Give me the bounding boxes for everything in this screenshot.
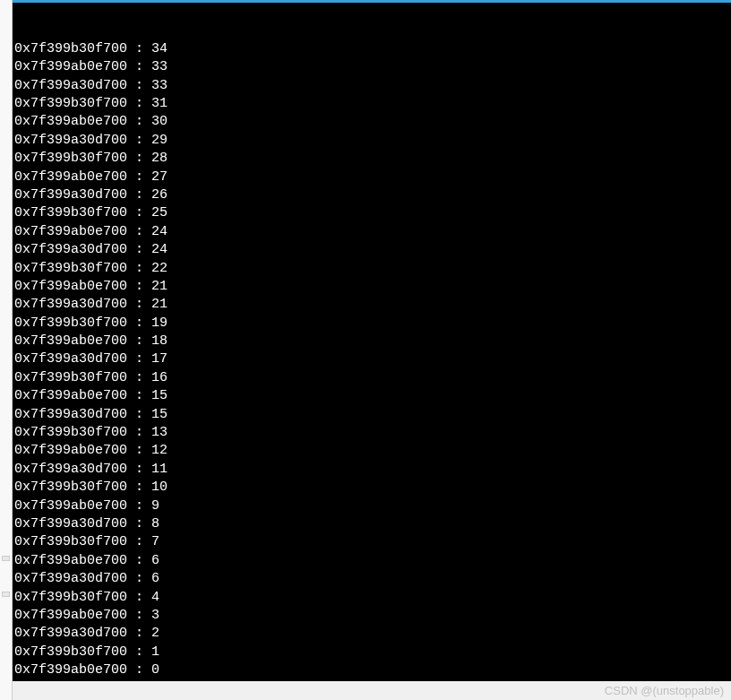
terminal-line: 0x7f399a30d700 : 15	[14, 406, 729, 424]
terminal-line: 0x7f399ab0e700 : 27	[14, 169, 729, 186]
terminal-line: 0x7f399ab0e700 : 12	[14, 442, 729, 460]
terminal-line: 0x7f399a30d700 : 33	[14, 77, 729, 95]
terminal-line: 0x7f399a30d700 : 0	[14, 679, 729, 681]
terminal-line: 0x7f399a30d700 : 17	[14, 350, 729, 368]
terminal-line: 0x7f399b30f700 : 31	[14, 95, 729, 113]
terminal-line: 0x7f399a30d700 : 11	[14, 461, 729, 479]
terminal-line: 0x7f399ab0e700 : 0	[14, 661, 729, 679]
terminal-line: 0x7f399b30f700 : 7	[14, 533, 729, 551]
terminal-line: 0x7f399b30f700 : 16	[14, 369, 729, 387]
terminal-line: 0x7f399b30f700 : 25	[14, 204, 729, 222]
terminal-line: 0x7f399b30f700 : 13	[14, 424, 729, 442]
terminal-line: 0x7f399ab0e700 : 33	[14, 58, 729, 76]
editor-gutter	[0, 0, 13, 700]
terminal-line: 0x7f399ab0e700 : 24	[14, 223, 729, 241]
terminal-panel[interactable]: 0x7f399b30f700 : 340x7f399ab0e700 : 330x…	[13, 3, 731, 681]
terminal-line: 0x7f399a30d700 : 8	[14, 515, 729, 533]
watermark-text: CSDN @(unstoppable)	[605, 684, 724, 697]
terminal-line: 0x7f399b30f700 : 10	[14, 479, 729, 497]
terminal-line: 0x7f399ab0e700 : 6	[14, 552, 729, 570]
terminal-line: 0x7f399b30f700 : 1	[14, 644, 729, 661]
terminal-line: 0x7f399b30f700 : 19	[14, 315, 729, 333]
gutter-mark	[2, 592, 10, 597]
gutter-mark	[2, 556, 10, 561]
terminal-line: 0x7f399a30d700 : 29	[14, 132, 729, 150]
terminal-line: 0x7f399a30d700 : 6	[14, 570, 729, 588]
terminal-line: 0x7f399a30d700 : 21	[14, 296, 729, 314]
terminal-line: 0x7f399b30f700 : 28	[14, 150, 729, 168]
terminal-output: 0x7f399b30f700 : 340x7f399ab0e700 : 330x…	[14, 40, 729, 681]
terminal-line: 0x7f399ab0e700 : 3	[14, 607, 729, 625]
terminal-line: 0x7f399b30f700 : 4	[14, 589, 729, 607]
terminal-line: 0x7f399a30d700 : 2	[14, 625, 729, 643]
terminal-line: 0x7f399a30d700 : 24	[14, 241, 729, 259]
terminal-line: 0x7f399ab0e700 : 21	[14, 278, 729, 296]
terminal-line: 0x7f399ab0e700 : 30	[14, 113, 729, 131]
terminal-line: 0x7f399ab0e700 : 9	[14, 497, 729, 515]
terminal-line: 0x7f399ab0e700 : 18	[14, 333, 729, 350]
terminal-line: 0x7f399b30f700 : 22	[14, 260, 729, 278]
terminal-line: 0x7f399b30f700 : 34	[14, 40, 729, 58]
terminal-line: 0x7f399a30d700 : 26	[14, 186, 729, 204]
terminal-line: 0x7f399ab0e700 : 15	[14, 387, 729, 405]
